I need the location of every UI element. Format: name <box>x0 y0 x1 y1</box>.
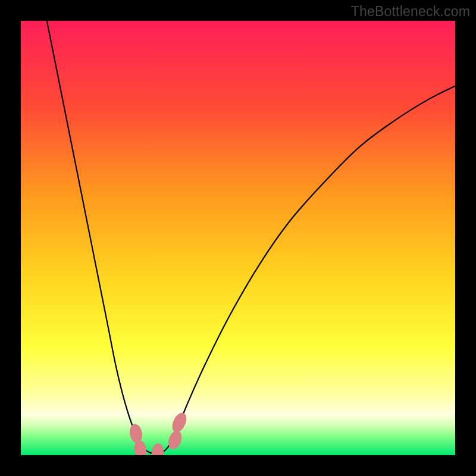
chart-frame: TheBottleneck.com <box>0 0 476 476</box>
watermark-text: TheBottleneck.com <box>351 4 470 20</box>
gradient-background <box>21 21 455 455</box>
plot-area <box>21 21 455 455</box>
bottleneck-curve-chart <box>21 21 455 455</box>
